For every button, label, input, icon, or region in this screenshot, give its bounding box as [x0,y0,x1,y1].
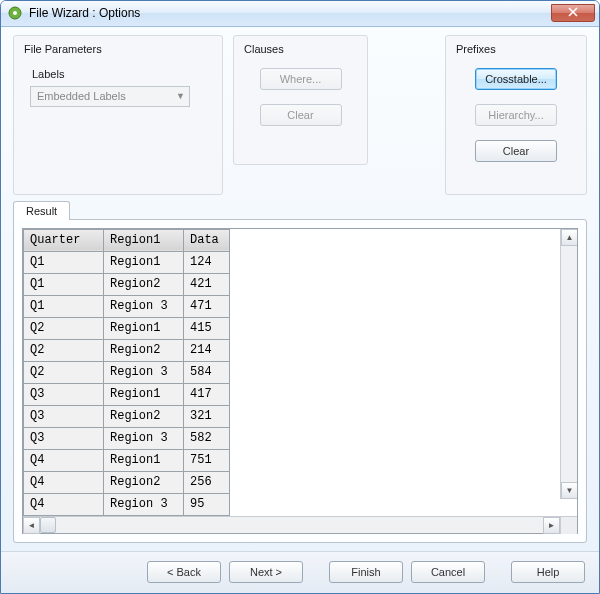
table-row[interactable]: Q4Region2256 [24,471,230,493]
table-row[interactable]: Q2Region2214 [24,339,230,361]
scroll-track[interactable] [40,517,543,533]
table-cell: 321 [184,405,230,427]
prefixes-panel: Prefixes Crosstable... Hierarchy... Clea… [445,35,587,195]
horizontal-scrollbar[interactable]: ◄ ► [23,516,577,533]
file-parameters-title: File Parameters [24,43,212,55]
table-row[interactable]: Q3Region 3582 [24,427,230,449]
table-cell: Q4 [24,493,104,515]
scroll-corner [560,517,577,534]
labels-label: Labels [32,68,212,80]
chevron-down-icon: ▼ [176,91,185,101]
labels-dropdown-value: Embedded Labels [37,90,126,102]
content-area: File Parameters Labels Embedded Labels ▼… [1,27,599,551]
clauses-panel: Clauses Where... Clear [233,35,368,165]
table-cell: Region2 [104,273,184,295]
vertical-scrollbar[interactable]: ▲ ▼ [560,229,577,499]
table-cell: Region1 [104,383,184,405]
next-button[interactable]: Next > [229,561,303,583]
table-cell: Q3 [24,405,104,427]
table-row[interactable]: Q3Region1417 [24,383,230,405]
table-cell: Region 3 [104,361,184,383]
clauses-title: Clauses [244,43,357,55]
table-cell: 582 [184,427,230,449]
table-cell: 95 [184,493,230,515]
table-row[interactable]: Q1Region 3471 [24,295,230,317]
svg-point-1 [13,11,17,15]
table-row[interactable]: Q1Region2421 [24,273,230,295]
where-button[interactable]: Where... [260,68,342,90]
result-table: Quarter Region1 Data Q1Region1124Q1Regio… [23,229,230,516]
crosstable-button[interactable]: Crosstable... [475,68,557,90]
result-grid-scroll: Quarter Region1 Data Q1Region1124Q1Regio… [23,229,577,516]
table-cell: Q1 [24,251,104,273]
scroll-thumb[interactable] [40,517,56,533]
table-cell: 417 [184,383,230,405]
table-cell: 214 [184,339,230,361]
scroll-up-icon[interactable]: ▲ [561,229,577,246]
result-body: Quarter Region1 Data Q1Region1124Q1Regio… [13,219,587,543]
table-cell: 584 [184,361,230,383]
scroll-left-icon[interactable]: ◄ [23,517,40,534]
window-title: File Wizard : Options [29,6,140,20]
table-cell: Region 3 [104,295,184,317]
table-row[interactable]: Q2Region1415 [24,317,230,339]
table-header[interactable]: Region1 [104,229,184,251]
tab-result[interactable]: Result [13,201,70,220]
app-icon [7,5,23,21]
table-cell: 421 [184,273,230,295]
prefixes-clear-button[interactable]: Clear [475,140,557,162]
table-header[interactable]: Quarter [24,229,104,251]
table-cell: 415 [184,317,230,339]
table-cell: Q2 [24,317,104,339]
scroll-track[interactable] [561,246,577,482]
titlebar: File Wizard : Options [1,1,599,27]
file-parameters-panel: File Parameters Labels Embedded Labels ▼ [13,35,223,195]
table-header[interactable]: Data [184,229,230,251]
result-grid-wrap: Quarter Region1 Data Q1Region1124Q1Regio… [22,228,578,534]
prefixes-title: Prefixes [456,43,576,55]
result-area: Result Quarter Region1 Data [13,201,587,543]
table-cell: Region2 [104,471,184,493]
table-cell: Q1 [24,273,104,295]
options-row: File Parameters Labels Embedded Labels ▼… [13,35,587,195]
back-button[interactable]: < Back [147,561,221,583]
table-cell: Q2 [24,361,104,383]
table-cell: Q1 [24,295,104,317]
table-cell: 751 [184,449,230,471]
labels-dropdown[interactable]: Embedded Labels ▼ [30,86,190,107]
table-cell: Q4 [24,471,104,493]
cancel-button[interactable]: Cancel [411,561,485,583]
footer-buttons: < Back Next > Finish Cancel Help [1,551,599,593]
table-cell: 471 [184,295,230,317]
table-row[interactable]: Q4Region 395 [24,493,230,515]
table-cell: Region1 [104,449,184,471]
hierarchy-button[interactable]: Hierarchy... [475,104,557,126]
table-cell: Region 3 [104,427,184,449]
close-icon [568,7,578,19]
table-cell: 256 [184,471,230,493]
scroll-right-icon[interactable]: ► [543,517,560,534]
table-cell: Q4 [24,449,104,471]
table-row[interactable]: Q4Region1751 [24,449,230,471]
scroll-down-icon[interactable]: ▼ [561,482,577,499]
file-wizard-window: File Wizard : Options File Parameters La… [0,0,600,594]
table-cell: Region 3 [104,493,184,515]
finish-button[interactable]: Finish [329,561,403,583]
table-cell: Region1 [104,317,184,339]
table-cell: 124 [184,251,230,273]
clauses-clear-button[interactable]: Clear [260,104,342,126]
table-cell: Q2 [24,339,104,361]
table-row[interactable]: Q2Region 3584 [24,361,230,383]
table-cell: Region1 [104,251,184,273]
table-row[interactable]: Q1Region1124 [24,251,230,273]
help-button[interactable]: Help [511,561,585,583]
close-button[interactable] [551,4,595,22]
table-row[interactable]: Q3Region2321 [24,405,230,427]
table-cell: Region2 [104,339,184,361]
table-cell: Q3 [24,383,104,405]
table-cell: Region2 [104,405,184,427]
table-cell: Q3 [24,427,104,449]
